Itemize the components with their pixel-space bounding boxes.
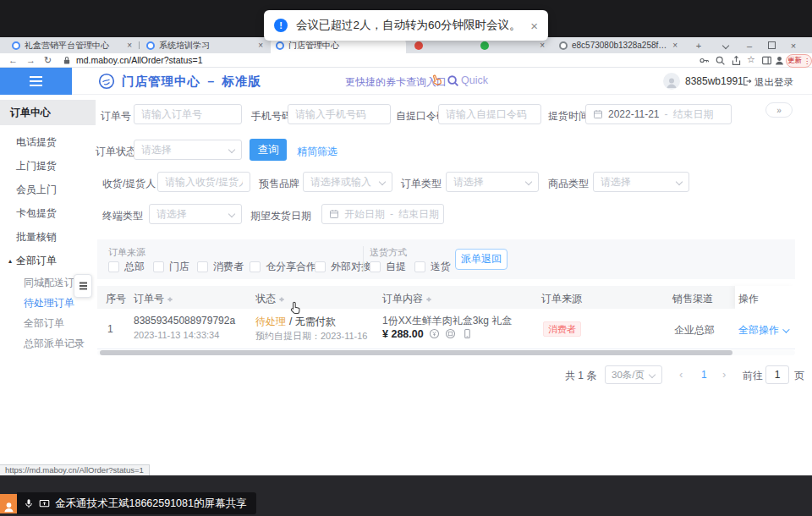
col-order-no[interactable]: 订单号: [134, 292, 173, 306]
checkbox-warehouse-share[interactable]: 仓分享合作: [250, 260, 316, 274]
checkbox-store[interactable]: 门店: [153, 260, 189, 274]
page-size-select[interactable]: 30条/页: [605, 365, 662, 384]
logout-icon[interactable]: [742, 76, 752, 86]
col-action: 操作: [738, 292, 759, 306]
simple-filter-link[interactable]: 精简筛选: [297, 145, 337, 159]
row-action-dropdown[interactable]: 全部操作: [738, 323, 787, 338]
sidebar-item-phone-pickup[interactable]: 电话提货: [0, 130, 96, 154]
page-title: 门店管理中心 － 标准版: [122, 74, 261, 90]
sidebar-item-hq-dispatch[interactable]: 总部派单记录: [0, 333, 96, 354]
site-favicon: [480, 41, 489, 50]
order-type-select[interactable]: 请选择: [446, 172, 539, 192]
sort-icon[interactable]: [167, 294, 173, 304]
window-close-button[interactable]: ×: [785, 37, 802, 53]
order-status-select[interactable]: 请选择: [134, 140, 242, 160]
tab-label: 礼盒营销平台管理中心: [25, 40, 123, 52]
phone-input[interactable]: [288, 104, 391, 124]
sidebar-item-all-orders[interactable]: 全部订单: [0, 313, 96, 333]
scrollbar-thumb[interactable]: [100, 350, 732, 355]
share-icon[interactable]: [731, 55, 742, 66]
table-row[interactable]: 1 83859345088979792a 2023-11-13 14:33:34…: [97, 309, 795, 349]
prev-page-button[interactable]: ‹: [679, 368, 683, 381]
start-date-value[interactable]: 2022-11-21: [608, 108, 660, 120]
checkbox-consumer[interactable]: 消费者: [197, 260, 244, 274]
user-avatar[interactable]: [663, 73, 680, 90]
order-no-input[interactable]: [134, 104, 242, 124]
back-icon[interactable]: ←: [8, 54, 18, 67]
sidebar-toggle-button[interactable]: [0, 68, 72, 95]
col-status[interactable]: 状态: [255, 292, 285, 306]
browser-tab-2[interactable]: 系统培训学习 ×: [141, 37, 268, 53]
goods-type-select[interactable]: 请选择: [593, 172, 689, 192]
forward-icon[interactable]: →: [26, 54, 36, 67]
current-page[interactable]: 1: [701, 369, 707, 381]
tab-close-icon[interactable]: ×: [540, 41, 545, 50]
browser-tab-3[interactable]: e8c573080b1328a258fd2e618 ×: [554, 37, 683, 53]
search-button[interactable]: 查询: [250, 139, 287, 161]
site-favicon: [146, 41, 155, 50]
quick-search-icon[interactable]: [447, 74, 459, 87]
browser-tab-1[interactable]: 礼盒营销平台管理中心 ×: [7, 37, 137, 53]
sort-icon[interactable]: [278, 294, 285, 304]
sidebar-item-door-pickup[interactable]: 上门提货: [0, 154, 96, 178]
terminal-type-select[interactable]: 请选择: [149, 204, 242, 224]
goods-type-label: 商品类型: [548, 177, 589, 191]
end-date-placeholder[interactable]: 结束日期: [398, 207, 439, 222]
table-horizontal-scrollbar[interactable]: [97, 350, 795, 355]
checkbox-delivery[interactable]: 送货: [414, 260, 451, 274]
pickup-code-input[interactable]: [438, 104, 541, 124]
tab-close-icon[interactable]: ×: [258, 41, 263, 50]
dispatch-return-button[interactable]: 派单退回: [455, 249, 508, 270]
brand-select[interactable]: 请选择或输入: [303, 172, 392, 192]
window-minimize-button[interactable]: –: [741, 37, 758, 53]
profile-icon[interactable]: [774, 55, 785, 66]
checkbox-self-pickup[interactable]: 自提: [370, 260, 406, 274]
sidebar-item-card-pickup[interactable]: 卡包提货: [0, 201, 96, 225]
goto-page-input[interactable]: [765, 365, 789, 384]
receiver-input[interactable]: [157, 172, 250, 192]
receiver-label: 收货/提货人: [102, 177, 156, 191]
end-date-placeholder[interactable]: 结束日期: [673, 107, 714, 122]
tab-close-icon[interactable]: ×: [127, 41, 132, 50]
url-text[interactable]: md.maboy.cn/AllOrder?status=1: [76, 55, 203, 65]
col-channel: 销售渠道: [672, 292, 713, 306]
source-badge: 消费者: [543, 321, 581, 337]
window-maximize-button[interactable]: [763, 37, 780, 53]
toast-close-icon[interactable]: ×: [530, 19, 538, 33]
checkbox-hq[interactable]: 总部: [108, 260, 145, 274]
sort-icon[interactable]: [425, 294, 432, 304]
brand-label: 预售品牌: [259, 177, 299, 191]
col-source: 订单来源: [541, 292, 582, 306]
tab-search-chevron-icon[interactable]: [717, 37, 734, 53]
sidebar-collapse-handle[interactable]: [74, 274, 92, 298]
pagination-total: 共 1 条: [565, 369, 596, 383]
sidebar-group-all-orders[interactable]: ▴全部订单: [0, 249, 96, 272]
side-panel-icon[interactable]: [761, 55, 772, 66]
chevron-down-icon: [379, 178, 386, 185]
browser-update-button[interactable]: 更新 ⋮: [786, 54, 812, 68]
sidebar-item-member-visit[interactable]: 会员上门: [0, 178, 96, 201]
sidebar-section-title: 订单中心: [0, 100, 96, 125]
screen-share-indicator[interactable]: 金禾通技术王斌18662591081的屏幕共享: [17, 492, 256, 514]
meeting-member-icon[interactable]: [0, 494, 17, 513]
filters-expand-button[interactable]: »: [765, 102, 793, 118]
logout-button[interactable]: 退出登录: [754, 76, 793, 89]
col-content[interactable]: 订单内容: [382, 292, 432, 306]
pickup-time-range-picker[interactable]: 2022-11-21 - 结束日期: [585, 104, 732, 124]
new-tab-button[interactable]: +: [690, 37, 707, 53]
quick-label[interactable]: Quick: [461, 74, 488, 86]
key-icon[interactable]: [699, 55, 710, 66]
expect-date-label: 期望发货日期: [250, 209, 311, 223]
site-favicon: [276, 41, 284, 50]
zoom-icon[interactable]: [715, 55, 726, 66]
globe-icon: [559, 41, 568, 50]
calendar-icon: [329, 209, 339, 219]
screen: 礼盒营销平台管理中心 × 系统培训学习 × 门店管理中心 × e8c573080…: [0, 0, 812, 516]
expect-date-range-picker[interactable]: 开始日期 - 结束日期: [321, 204, 444, 224]
sidebar-item-batch-verify[interactable]: 批量核销: [0, 225, 96, 249]
bookmark-star-icon[interactable]: ☆: [747, 53, 755, 66]
reload-icon[interactable]: ↻: [44, 54, 52, 67]
start-date-placeholder[interactable]: 开始日期: [344, 207, 385, 222]
next-page-button[interactable]: ›: [722, 368, 726, 381]
tab-close-icon[interactable]: ×: [672, 41, 678, 50]
